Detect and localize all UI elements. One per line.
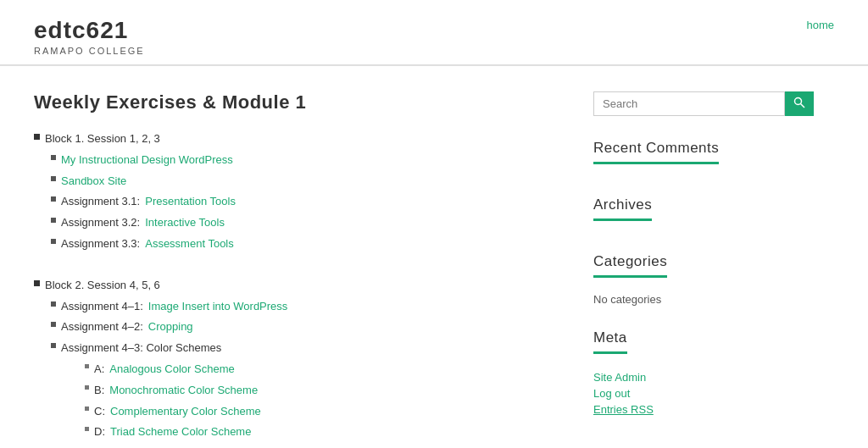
bullet-icon bbox=[51, 343, 56, 348]
categories-section: Categories No categories bbox=[593, 253, 814, 306]
link-triad[interactable]: Triad Scheme Color Scheme bbox=[110, 423, 251, 441]
recent-comments-section: Recent Comments bbox=[593, 140, 814, 173]
categories-heading: Categories bbox=[593, 253, 667, 278]
assignment-4-2-label: Assignment 4–2: bbox=[61, 318, 143, 336]
color-schemes-sublist: A: Analogous Color Scheme B: Monochromat… bbox=[51, 361, 559, 441]
link-interactive-tools[interactable]: Interactive Tools bbox=[145, 214, 225, 232]
bullet-icon bbox=[85, 407, 89, 411]
sidebar: Recent Comments Archives Categories No c… bbox=[593, 91, 814, 448]
assignment-4-3-label: Assignment 4–3: Color Schemes bbox=[61, 340, 221, 357]
link-sandbox-site[interactable]: Sandbox Site bbox=[61, 173, 126, 191]
assignment-3-2-label: Assignment 3.2: bbox=[61, 214, 140, 232]
archives-section: Archives bbox=[593, 196, 814, 230]
link-analogous[interactable]: Analogous Color Scheme bbox=[109, 361, 234, 379]
bullet-icon bbox=[51, 322, 56, 327]
bullet-icon bbox=[85, 364, 89, 368]
block1-list: Block 1. Session 1, 2, 3 My Instructiona… bbox=[34, 130, 559, 253]
link-fonts[interactable]: Fonts in Graphic Images bbox=[154, 445, 275, 448]
link-presentation-tools[interactable]: Presentation Tools bbox=[145, 193, 236, 211]
block1-label: Block 1. Session 1, 2, 3 bbox=[45, 130, 160, 148]
block2-label: Block 2. Session 4, 5, 6 bbox=[45, 277, 160, 295]
link-image-insert[interactable]: Image Insert into WordPress bbox=[148, 298, 288, 316]
bullet-icon bbox=[85, 385, 89, 390]
search-button[interactable] bbox=[785, 91, 814, 116]
svg-line-1 bbox=[801, 104, 805, 108]
block2-sublist: Assignment 4–1: Image Insert into WordPr… bbox=[34, 298, 559, 448]
bullet-icon bbox=[34, 280, 40, 286]
link-complementary[interactable]: Complementary Color Scheme bbox=[110, 403, 261, 421]
link-monochromatic[interactable]: Monochromatic Color Scheme bbox=[109, 382, 258, 400]
meta-link-site-admin[interactable]: Site Admin bbox=[593, 371, 814, 384]
meta-link-entries-rss[interactable]: Entries RSS bbox=[593, 403, 814, 416]
recent-comments-heading: Recent Comments bbox=[593, 140, 719, 164]
site-header: edtc621 Ramapo College home bbox=[0, 0, 868, 65]
search-section bbox=[593, 91, 814, 116]
assignment-3-3-label: Assignment 3.3: bbox=[61, 235, 140, 253]
bullet-icon bbox=[51, 218, 56, 223]
site-subtitle: Ramapo College bbox=[34, 46, 834, 56]
assignment-5-1-label: Assignment 5 – 1: bbox=[61, 445, 149, 448]
page-title: Weekly Exercises & Module 1 bbox=[34, 91, 559, 113]
link-instructional-design[interactable]: My Instructional Design WordPress bbox=[61, 152, 233, 169]
nav-home-link[interactable]: home bbox=[806, 19, 834, 31]
svg-point-0 bbox=[795, 98, 802, 105]
link-cropping[interactable]: Cropping bbox=[148, 318, 193, 336]
site-title: edtc621 bbox=[34, 17, 834, 44]
meta-link-logout[interactable]: Log out bbox=[593, 387, 814, 400]
meta-heading: Meta bbox=[593, 329, 627, 354]
bullet-icon bbox=[34, 134, 40, 140]
archives-heading: Archives bbox=[593, 196, 652, 221]
assignment-4-1-label: Assignment 4–1: bbox=[61, 298, 143, 316]
search-icon bbox=[793, 97, 805, 108]
block2-list: Block 2. Session 4, 5, 6 Assignment 4–1:… bbox=[34, 277, 559, 448]
assignment-3-1-label: Assignment 3.1: bbox=[61, 193, 140, 211]
link-assessment-tools[interactable]: Assessment Tools bbox=[145, 235, 234, 253]
search-wrapper bbox=[593, 91, 814, 116]
no-categories-text: No categories bbox=[593, 293, 814, 306]
bullet-icon bbox=[85, 427, 89, 431]
bullet-icon bbox=[51, 155, 56, 160]
bullet-icon bbox=[51, 196, 56, 202]
bullet-icon bbox=[51, 176, 56, 181]
main-content: Weekly Exercises & Module 1 Block 1. Ses… bbox=[34, 91, 559, 448]
meta-section: Meta Site Admin Log out Entries RSS bbox=[593, 329, 814, 416]
search-input[interactable] bbox=[593, 91, 785, 116]
block1-sublist: My Instructional Design WordPress Sandbo… bbox=[34, 152, 559, 253]
bullet-icon bbox=[51, 239, 56, 244]
bullet-icon bbox=[51, 301, 56, 307]
